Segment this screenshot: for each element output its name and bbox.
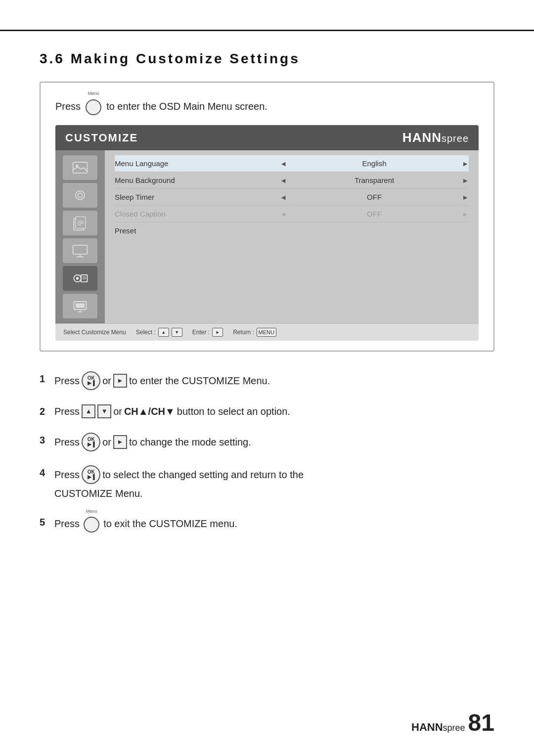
top-divider bbox=[0, 30, 534, 31]
osd-menu-row-4: Preset bbox=[115, 222, 469, 239]
step-4-line2: CUSTOMIZE Menu. bbox=[54, 486, 143, 501]
menu-button-icon: Menu bbox=[86, 97, 101, 115]
osd-menu-row-3: Closed Caption ◄ OFF ► bbox=[115, 206, 469, 222]
step-4-num: 4 bbox=[40, 465, 54, 480]
osd-sidebar-icon-2 bbox=[63, 183, 97, 208]
step-3-line: Press OK▶▐ or ► to change the mode setti… bbox=[54, 433, 251, 451]
step-1-line: Press OK▶▐ or ► to enter the CUSTOMIZE M… bbox=[54, 371, 270, 390]
osd-menu-arrow-right-1: ► bbox=[462, 177, 469, 184]
osd-menu-row-2: Sleep Timer ◄ OFF ► bbox=[115, 189, 469, 206]
step-3: 3 Press OK▶▐ or ► to change the mode set… bbox=[40, 433, 494, 451]
step-3-text-after: to change the mode setting. bbox=[129, 435, 251, 449]
instruction-box: Press Menu to enter the OSD Main Menu sc… bbox=[40, 82, 494, 352]
image-icon bbox=[71, 159, 89, 177]
osd-footer-enter-text: Enter : bbox=[192, 329, 210, 336]
menu-label: Menu bbox=[88, 91, 99, 96]
footer-brand-hann: HANN bbox=[411, 721, 443, 733]
osd-footer-select-label: Select Customize Menu bbox=[63, 329, 126, 336]
step-5-text-after: to exit the CUSTOMIZE menu. bbox=[103, 516, 237, 531]
osd-menu-row-0: Menu Language ◄ English ► bbox=[115, 155, 469, 172]
step-2-content: Press ▲ ▼ or CH▲/CH▼ button to select an… bbox=[54, 404, 494, 419]
step-2-num: 2 bbox=[40, 404, 54, 419]
step-4-text-before: Press bbox=[54, 467, 80, 482]
steps-section: 1 Press OK▶▐ or ► to enter the CUSTOMIZE… bbox=[40, 371, 494, 533]
step-2: 2 Press ▲ ▼ or CH▲/CH▼ button to select … bbox=[40, 404, 494, 419]
osd-sidebar-icon-5 bbox=[63, 266, 97, 291]
footer-brand-spree: spree bbox=[443, 723, 465, 733]
step-2-line: Press ▲ ▼ or CH▲/CH▼ button to select an… bbox=[54, 404, 290, 419]
osd-sidebar-icon-4 bbox=[63, 238, 97, 263]
arrow-right-step1: ► bbox=[113, 374, 127, 388]
osd-footer-select-btn-up: ▲ bbox=[158, 328, 169, 337]
menu-label-step5: Menu bbox=[86, 508, 97, 515]
osd-menu-value-1: Transparent bbox=[292, 176, 457, 184]
osd-sidebar-icon-3 bbox=[63, 211, 97, 235]
osd-title: CUSTOMIZE bbox=[65, 132, 138, 144]
osd-brand-spree: spree bbox=[442, 133, 469, 144]
svg-rect-0 bbox=[73, 162, 88, 173]
customize-icon bbox=[71, 269, 89, 287]
step-3-content: Press OK▶▐ or ► to change the mode setti… bbox=[54, 433, 494, 451]
osd-menu-arrow-left-1: ◄ bbox=[280, 177, 287, 184]
press-intro-line: Press Menu to enter the OSD Main Menu sc… bbox=[55, 97, 479, 115]
page-footer: HANNspree 81 bbox=[411, 709, 494, 736]
svg-point-3 bbox=[78, 193, 83, 198]
camera-icon bbox=[71, 186, 89, 204]
arrow-down-step2: ▼ bbox=[97, 404, 111, 418]
step-1-or: or bbox=[102, 373, 111, 388]
ok-button-step3: OK▶▐ bbox=[82, 433, 100, 451]
svg-point-13 bbox=[76, 277, 79, 279]
svg-rect-5 bbox=[76, 217, 86, 228]
osd-menu-value-3: OFF bbox=[292, 210, 457, 218]
step-1-content: Press OK▶▐ or ► to enter the CUSTOMIZE M… bbox=[54, 371, 494, 390]
step-1-num: 1 bbox=[40, 371, 54, 386]
ok-button-step1: OK▶▐ bbox=[82, 371, 100, 390]
step-1-text-before: Press bbox=[54, 373, 80, 388]
osd-menu-arrow-right-2: ► bbox=[462, 193, 469, 201]
svg-rect-18 bbox=[76, 304, 85, 308]
osd-menu-value-2: OFF bbox=[292, 193, 457, 201]
step-5-num: 5 bbox=[40, 515, 54, 530]
arrow-right-step3: ► bbox=[113, 435, 127, 449]
osd-menu-label-0: Menu Language bbox=[115, 159, 280, 168]
step-5: 5 Press Menu to exit the CUSTOMIZE menu. bbox=[40, 515, 494, 533]
osd-menu-label-4: Preset bbox=[115, 226, 469, 235]
step-3-or: or bbox=[102, 435, 111, 449]
step-3-num: 3 bbox=[40, 433, 54, 447]
osd-footer-select-text: Select : bbox=[136, 329, 156, 336]
step-2-text-before: Press bbox=[54, 404, 80, 419]
menu-circle-step5 bbox=[84, 517, 99, 533]
osd-menu-arrow-right-3: ► bbox=[462, 210, 469, 218]
svg-rect-14 bbox=[81, 275, 88, 282]
osd-body: Menu Language ◄ English ► Menu Backgroun… bbox=[55, 150, 479, 323]
osd-menu-label-1: Menu Background bbox=[115, 176, 280, 184]
osd-menu-arrow-left-2: ◄ bbox=[280, 193, 287, 201]
osd-menu-label-3: Closed Caption bbox=[115, 210, 280, 218]
section-title: 3.6 Making Customize Settings bbox=[40, 51, 494, 67]
step-2-ch-text: CH▲/CH▼ bbox=[124, 404, 175, 419]
step-1: 1 Press OK▶▐ or ► to enter the CUSTOMIZE… bbox=[40, 371, 494, 390]
document-icon bbox=[71, 214, 89, 232]
svg-point-2 bbox=[76, 191, 85, 200]
osd-footer-select-section: Select : ▲ ▼ bbox=[136, 328, 182, 337]
osd-footer-return-text: Return : bbox=[233, 329, 254, 336]
step-4-line1: Press OK▶▐ to select the changed setting… bbox=[54, 465, 304, 484]
arrow-up-step2: ▲ bbox=[82, 404, 95, 418]
osd-sidebar bbox=[55, 150, 105, 323]
osd-footer-menu-key: MENU bbox=[257, 328, 276, 337]
osd-brand: HANNspree bbox=[402, 130, 469, 145]
osd-menu-row-1: Menu Background ◄ Transparent ► bbox=[115, 172, 469, 189]
monitor-icon bbox=[71, 242, 89, 260]
footer-brand: HANNspree bbox=[411, 721, 465, 734]
osd-brand-hann: HANN bbox=[402, 130, 442, 145]
osd-menu-value-0: English bbox=[292, 159, 457, 168]
osd-menu-arrow-left-3: ◄ bbox=[280, 210, 287, 218]
step-3-text-before: Press bbox=[54, 435, 80, 449]
page-number: 81 bbox=[468, 709, 494, 736]
osd-footer-return-section: Return : MENU bbox=[233, 328, 276, 337]
press-intro-text: to enter the OSD Main Menu screen. bbox=[106, 101, 267, 112]
menu-circle-btn bbox=[86, 99, 101, 115]
press-word: Press bbox=[55, 101, 81, 112]
menu-button-step5: Menu bbox=[84, 515, 99, 533]
step-4-content: Press OK▶▐ to select the changed setting… bbox=[54, 465, 494, 501]
